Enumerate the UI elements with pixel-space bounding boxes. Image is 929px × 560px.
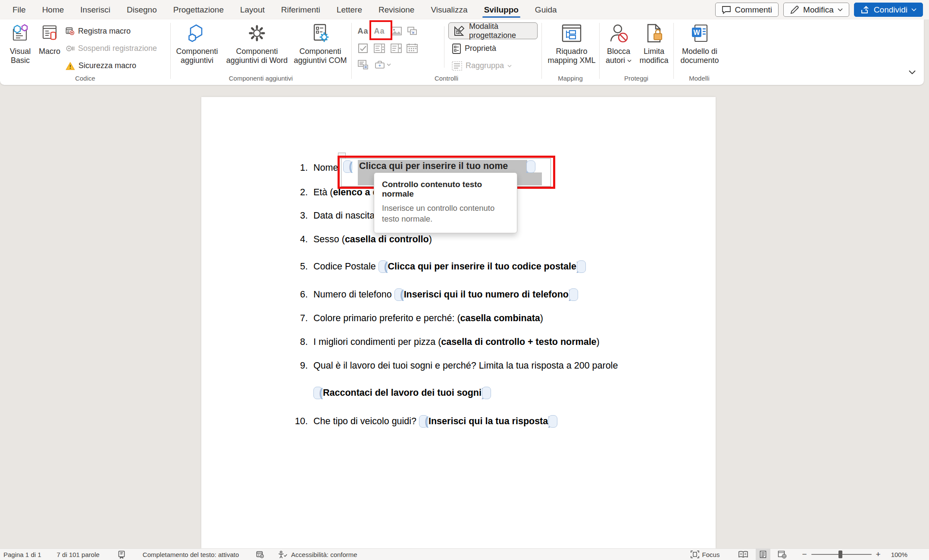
annotation-box-plaintext (369, 20, 392, 40)
properties-button[interactable]: Proprietà (452, 43, 496, 54)
tab-sviluppo[interactable]: Sviluppo (476, 0, 527, 19)
list-number: 3. (201, 209, 308, 222)
list-item-6: 6. Numero di telefono (Inserisci qui il … (201, 288, 716, 301)
document-template-button[interactable]: W Modello di documento (675, 22, 724, 65)
repeating-section-control-button[interactable] (356, 58, 370, 71)
block-authors-button[interactable]: Blocca autori (603, 22, 635, 65)
restrict-editing-label: Limita (644, 47, 664, 56)
tab-file[interactable]: File (4, 0, 34, 19)
chevron-down-icon (838, 8, 843, 11)
content-control-end-tag[interactable]: ) (482, 386, 491, 399)
word-addins-button[interactable]: Componenti aggiuntivi di Word (222, 22, 291, 65)
dropdown-control-button[interactable] (389, 42, 403, 55)
document-template-label: Modello di (682, 47, 717, 56)
tab-disegno[interactable]: Disegno (119, 0, 165, 19)
richtext-icon: Aa (357, 27, 368, 36)
warning-icon (66, 62, 75, 70)
addins-button[interactable]: Componenti aggiuntivi (172, 22, 222, 65)
editing-mode-button[interactable]: Modifica (783, 3, 849, 17)
checkbox-control-button[interactable] (356, 42, 370, 55)
group-divider (351, 23, 352, 79)
building-block-control-button[interactable] (405, 25, 419, 38)
tab-lettere[interactable]: Lettere (328, 0, 370, 19)
addins-label: Componenti (176, 47, 218, 56)
content-control-placeholder[interactable]: Inserisci qui la tua risposta (429, 416, 548, 426)
zoom-out-button[interactable]: − (802, 550, 807, 559)
document-area: 1. Nome ( Clicca qui per inserire il tuo… (0, 85, 929, 548)
tab-home[interactable]: Home (34, 0, 72, 19)
tab-inserisci[interactable]: Inserisci (72, 0, 119, 19)
tab-guida[interactable]: Guida (527, 0, 565, 19)
zoom-slider-thumb[interactable] (838, 551, 842, 558)
page-indicator[interactable]: Pagina 1 di 1 (3, 551, 41, 558)
visual-basic-button[interactable]: Visual Basic (6, 22, 34, 65)
content-control-placeholder[interactable]: Inserisci qui il tuo numero di telefono (404, 289, 569, 300)
content-control-start-tag[interactable]: ( (313, 386, 323, 399)
collapse-ribbon-button[interactable] (909, 70, 916, 74)
document-page[interactable]: 1. Nome ( Clicca qui per inserire il tuo… (201, 97, 716, 548)
tab-visualizza[interactable]: Visualizza (422, 0, 475, 19)
group-label-mapping: Mapping (541, 75, 599, 82)
macro-security-button[interactable]: Sicurezza macro (66, 60, 136, 72)
comments-button[interactable]: Commenti (715, 3, 779, 17)
richtext-control-button[interactable]: Aa (356, 25, 370, 38)
com-addins-button[interactable]: Componenti aggiuntivi COM (291, 22, 349, 65)
record-macro-button[interactable]: Registra macro (66, 25, 131, 37)
mini-divider (444, 26, 444, 68)
zoom-level[interactable]: 100% (891, 551, 907, 558)
word-count[interactable]: 7 di 101 parole (57, 551, 100, 558)
text-completion-status[interactable]: Completamento del testo: attivato (143, 551, 239, 558)
macro-label: Macro (39, 47, 60, 56)
chevron-down-icon (507, 65, 512, 67)
tab-riferimenti[interactable]: Riferimenti (273, 0, 328, 19)
combobox-control-icon (374, 43, 385, 53)
tab-progettazione[interactable]: Progettazione (165, 0, 232, 19)
status-bar: Pagina 1 di 1 7 di 101 parole Completame… (0, 548, 929, 560)
datepicker-control-button[interactable] (405, 42, 419, 55)
focus-mode-button[interactable]: Focus (691, 551, 720, 558)
content-control-placeholder[interactable]: Raccontaci del lavoro dei tuoi sogni (323, 388, 482, 398)
checkbox-control-icon (358, 43, 368, 53)
restrict-editing-button[interactable]: Limita modifica (635, 22, 673, 65)
tooltip-plain-text-control: Controllo contenuto testo normale Inseri… (374, 172, 517, 233)
design-mode-toggle[interactable]: Modalità progettazione (448, 22, 538, 39)
list-number: 10. (201, 415, 308, 428)
zoom-slider[interactable] (811, 554, 872, 555)
zoom-in-button[interactable]: + (876, 550, 881, 559)
share-button[interactable]: Condividi (854, 3, 923, 17)
content-control-start-tag[interactable]: ( (394, 288, 404, 301)
print-layout-button[interactable] (756, 549, 770, 560)
list-item-4: 4. Sesso (casella di controllo) (201, 233, 716, 246)
design-mode-label: Modalità progettazione (469, 22, 533, 40)
read-mode-button[interactable] (734, 549, 752, 560)
record-macro-icon (66, 27, 75, 36)
chevron-down-icon[interactable] (911, 8, 916, 11)
xml-mapping-pane-button[interactable]: Riquadro mapping XML (544, 22, 599, 65)
content-control-end-tag[interactable]: ) (569, 288, 578, 301)
group-divider (170, 23, 171, 79)
content-control-end-tag[interactable]: ) (576, 260, 586, 273)
content-control-end-tag[interactable]: ) (548, 415, 557, 428)
properties-label: Proprietà (465, 44, 496, 53)
macro-record-status-icon[interactable] (256, 551, 264, 559)
editing-label: Modifica (803, 5, 834, 15)
content-control-placeholder[interactable]: Clicca qui per inserire il tuo codice po… (388, 261, 576, 272)
restrict-editing-icon (644, 22, 663, 45)
visual-basic-icon (10, 22, 30, 45)
group-label-addins: Componenti aggiuntivi (170, 75, 351, 82)
tab-revisione[interactable]: Revisione (370, 0, 422, 19)
ribbon-tabs: File Home Inserisci Disegno Progettazion… (0, 0, 565, 19)
content-control-start-tag[interactable]: ( (378, 260, 388, 273)
group-label-templates: Modelli (673, 75, 725, 82)
content-control-start-tag[interactable]: ( (419, 415, 429, 428)
tab-layout[interactable]: Layout (232, 0, 273, 19)
visual-basic-label: Visual (10, 47, 31, 56)
accessibility-status[interactable]: Accessibilità: conforme (291, 551, 357, 558)
web-layout-button[interactable] (774, 549, 791, 560)
proofing-icon[interactable] (118, 551, 125, 559)
macro-button[interactable]: Macro (36, 22, 63, 56)
com-addins-label: Componenti (299, 47, 341, 56)
gear-icon (247, 22, 267, 45)
combobox-control-button[interactable] (372, 42, 386, 55)
legacy-tools-button[interactable] (372, 58, 393, 71)
